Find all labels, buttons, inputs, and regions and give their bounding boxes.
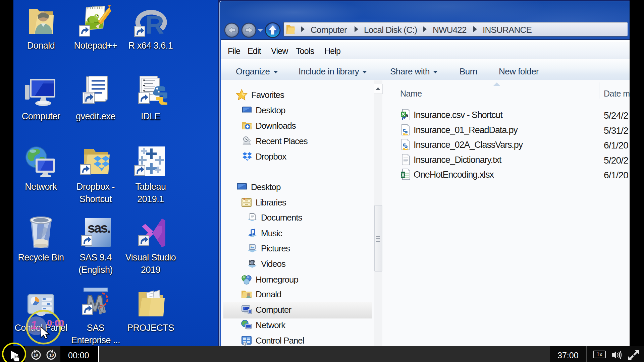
svg-text:sas.: sas. <box>88 221 110 235</box>
svg-text:10: 10 <box>34 353 38 358</box>
svg-text:10: 10 <box>49 353 54 358</box>
svg-text:R: R <box>145 10 164 38</box>
